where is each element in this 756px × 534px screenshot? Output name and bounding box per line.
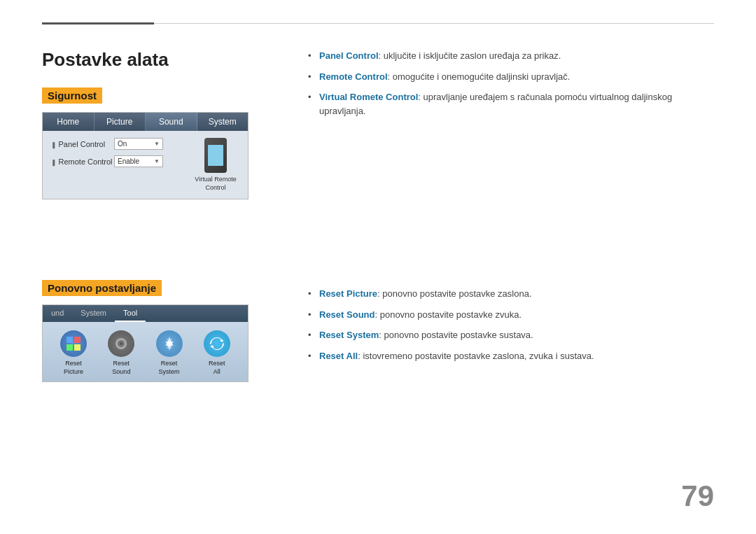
sigurnost-mockup: Home Picture Sound System Panel Control … — [42, 112, 248, 199]
virtual-romete-term: Virtual Romete Control — [319, 92, 418, 102]
reset-sound-term: Reset Sound — [319, 309, 374, 320]
reset-picture-icon — [60, 330, 87, 357]
sigurnost-bullet-list: Panel Control: uključite i isključite za… — [308, 49, 714, 118]
reset-all-term: Reset All — [319, 351, 358, 361]
reset-system-desc-text: : ponovno postavite postavke sustava. — [379, 330, 533, 340]
tab-home[interactable]: Home — [43, 113, 94, 131]
ponovno-bullet-list: Reset Picture: ponovno postavite postavk… — [308, 287, 714, 363]
top-line-light — [154, 23, 714, 24]
svg-point-6 — [120, 342, 122, 345]
reset-sound-desc: Reset Sound: ponovno postavite postavke … — [308, 308, 714, 322]
virtual-romete-desc: Virtual Romete Control: upravljanje uređ… — [308, 90, 714, 118]
reset-all-label: ResetAll — [209, 360, 225, 376]
svg-rect-0 — [66, 337, 73, 343]
ponovno-descriptions: Reset Picture: ponovno postavite postavk… — [308, 287, 714, 370]
remote-control-row: Remote Control Enable ▼ — [51, 155, 186, 167]
remote-control-desc: Remote Control: omogućite i onemogućite … — [308, 70, 714, 84]
tab-sound[interactable]: Sound — [146, 113, 197, 131]
reset-picture-desc: Reset Picture: ponovno postavite postavk… — [308, 287, 714, 301]
tab-system[interactable]: System — [72, 305, 115, 322]
panel-control-term: Panel Control — [319, 50, 379, 61]
remote-control-term: Remote Control — [319, 71, 388, 82]
virtual-remote-label: Virtual RemoteControl — [195, 176, 236, 192]
reset-all-desc: Reset All: istovremeno postavite postavk… — [308, 349, 714, 363]
reset-all-item[interactable]: ResetAll — [197, 330, 236, 376]
phone-screen — [208, 145, 223, 166]
ponovno-badge: Ponovno postavljanje — [42, 280, 162, 296]
windows-icon — [65, 335, 82, 352]
remote-control-value: Enable — [118, 157, 139, 165]
sigurnost-badge: Sigurnost — [42, 87, 102, 104]
reset-sound-desc-text: : ponovno postavite postavke zvuka. — [374, 309, 522, 320]
top-decorative-lines — [42, 22, 714, 24]
reset-all-icon — [204, 330, 230, 357]
reset-sound-item[interactable]: ResetSound — [102, 330, 141, 376]
panel-control-desc: Panel Control: uključite i isključite za… — [308, 49, 714, 63]
tab-tool[interactable]: Tool — [115, 305, 146, 322]
sigurnost-descriptions: Panel Control: uključite i isključite za… — [308, 49, 714, 125]
panel-control-desc-text: : uključite i isključite zaslon uređaja … — [379, 50, 561, 61]
gear-icon — [161, 335, 178, 352]
page-number: 79 — [681, 479, 714, 513]
reset-system-desc: Reset System: ponovno postavite postavke… — [308, 328, 714, 342]
ponovno-mockup: und System Tool ResetPicture — [42, 304, 248, 382]
reset-system-label: ResetSystem — [159, 360, 180, 376]
svg-rect-2 — [66, 344, 73, 351]
sound-icon — [113, 335, 130, 352]
panel-control-label: Panel Control — [51, 140, 114, 148]
reset-sound-label: ResetSound — [112, 360, 130, 376]
refresh-icon — [209, 335, 225, 352]
sigurnost-controls: Panel Control On ▼ Remote Control Enable… — [51, 138, 186, 192]
reset-system-icon — [156, 330, 183, 357]
reset-all-desc-text: : istovremeno postavite postavke zaslona… — [358, 351, 594, 361]
svg-rect-3 — [74, 344, 80, 351]
tab-und[interactable]: und — [43, 305, 72, 322]
panel-control-row: Panel Control On ▼ — [51, 138, 186, 150]
virtual-remote-panel: Virtual RemoteControl — [192, 138, 239, 192]
sigurnost-section: Sigurnost Home Picture Sound System Pane… — [42, 42, 266, 199]
chevron-down-icon2: ▼ — [154, 158, 160, 164]
ponovno-body: ResetPicture ResetSound — [43, 322, 248, 381]
reset-picture-label: ResetPicture — [64, 360, 83, 376]
ponovno-section: Ponovno postavljanje und System Tool — [42, 280, 266, 382]
ponovno-tabs: und System Tool — [43, 305, 248, 322]
remote-control-select[interactable]: Enable ▼ — [114, 155, 163, 167]
reset-picture-item[interactable]: ResetPicture — [55, 330, 93, 376]
sigurnost-body: Panel Control On ▼ Remote Control Enable… — [43, 131, 248, 199]
remote-control-label: Remote Control — [51, 157, 114, 166]
reset-sound-icon — [108, 330, 134, 357]
svg-rect-1 — [74, 337, 80, 343]
tab-system[interactable]: System — [197, 113, 248, 131]
phone-icon — [204, 138, 227, 173]
reset-picture-desc-text: : ponovno postavite postavke zaslona. — [377, 288, 531, 299]
top-line-dark — [42, 22, 154, 24]
panel-control-select[interactable]: On ▼ — [114, 138, 163, 150]
remote-control-desc-text: : omogućite i onemogućite daljinski upra… — [388, 71, 570, 82]
tab-picture[interactable]: Picture — [94, 113, 146, 131]
reset-picture-term: Reset Picture — [319, 288, 377, 299]
reset-system-item[interactable]: ResetSystem — [150, 330, 188, 376]
sigurnost-tabs: Home Picture Sound System — [43, 113, 248, 131]
chevron-down-icon: ▼ — [154, 141, 160, 147]
panel-control-value: On — [118, 140, 127, 148]
reset-system-term: Reset System — [319, 330, 379, 340]
